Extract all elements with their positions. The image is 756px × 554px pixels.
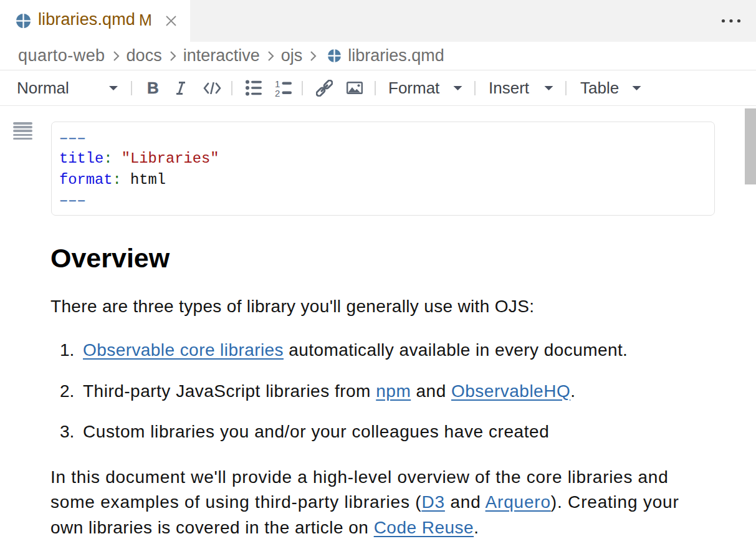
- svg-text:2: 2: [275, 87, 280, 97]
